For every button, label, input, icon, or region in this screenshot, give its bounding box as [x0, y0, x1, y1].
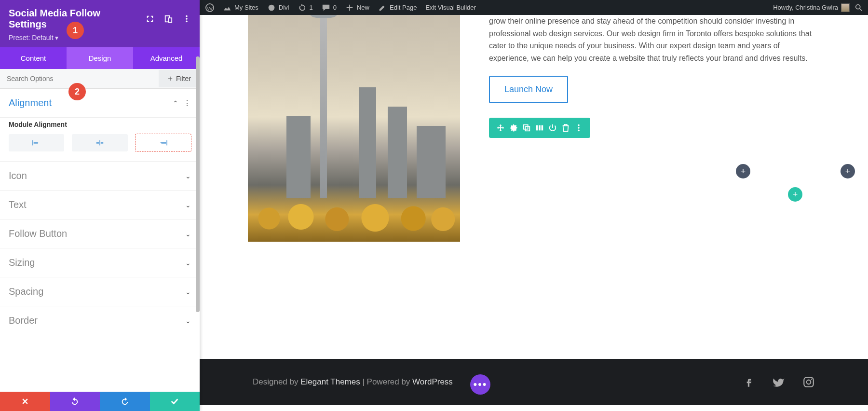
settings-panel: Social Media Follow Settings Preset: Def…	[0, 0, 200, 411]
panel-header: Social Media Follow Settings Preset: Def…	[0, 0, 200, 47]
svg-point-17	[578, 127, 580, 129]
chevron-down-icon: ⌄	[185, 288, 191, 296]
panel-footer	[0, 392, 200, 411]
save-button[interactable]	[150, 392, 200, 411]
svg-rect-15	[542, 125, 543, 131]
close-icon	[21, 397, 29, 405]
facebook-icon[interactable]	[743, 376, 755, 388]
duplicate-icon[interactable]	[522, 123, 531, 132]
add-module-button[interactable]: +	[736, 164, 750, 178]
svg-rect-8	[32, 140, 33, 146]
more-vert-icon[interactable]: ⋮	[183, 98, 191, 108]
my-sites-link[interactable]: My Sites	[223, 3, 258, 12]
divi-fab[interactable]: •••	[470, 374, 490, 395]
section-follow-button[interactable]: Follow Button⌄	[0, 219, 200, 248]
chevron-down-icon: ⌄	[185, 172, 191, 180]
svg-point-21	[811, 379, 813, 380]
hero-paragraph: grow their online presence and stay ahea…	[489, 15, 820, 64]
svg-rect-4	[169, 18, 172, 22]
annotation-badge-2: 2	[68, 83, 86, 100]
twitter-icon[interactable]	[773, 376, 785, 388]
wp-logo-icon[interactable]	[205, 3, 214, 12]
search-row: Filter	[0, 69, 200, 89]
page-footer: Designed by Elegant Themes | Powered by …	[200, 359, 868, 405]
exit-visual-builder[interactable]: Exit Visual Builder	[425, 4, 476, 11]
gear-icon[interactable]	[509, 123, 518, 132]
search-icon[interactable]	[854, 3, 863, 12]
chevron-down-icon: ⌄	[185, 201, 191, 209]
module-toolbar	[489, 118, 590, 138]
svg-point-1	[269, 4, 275, 11]
svg-rect-9	[99, 140, 100, 146]
chevron-down-icon: ⌄	[185, 230, 191, 238]
svg-point-7	[186, 21, 188, 23]
align-left-button[interactable]	[9, 134, 64, 151]
add-row-button[interactable]: +	[788, 187, 802, 202]
panel-scrollbar[interactable]	[196, 56, 200, 312]
instagram-icon[interactable]	[802, 376, 815, 388]
redo-button[interactable]	[100, 392, 150, 411]
section-text[interactable]: Text⌄	[0, 191, 200, 219]
svg-point-18	[578, 130, 580, 132]
new-link[interactable]: New	[345, 3, 369, 12]
chevron-down-icon: ⌄	[185, 317, 191, 325]
wp-adminbar: My Sites Divi 1 0 New Edit Page Exit Vis…	[200, 0, 868, 15]
annotation-badge-1: 1	[67, 22, 84, 39]
comments-link[interactable]: 0	[322, 3, 337, 12]
align-center-button[interactable]	[72, 134, 127, 151]
alignment-body: Module Alignment	[0, 121, 200, 162]
trash-icon[interactable]	[561, 123, 570, 132]
page-preview: grow their online presence and stay ahea…	[200, 15, 868, 411]
edit-page-link[interactable]: Edit Page	[378, 3, 417, 12]
tab-content[interactable]: Content	[0, 47, 67, 69]
chevron-up-icon: ⌃	[173, 99, 178, 107]
svg-rect-10	[167, 140, 168, 146]
undo-icon	[70, 397, 79, 406]
divi-link[interactable]: Divi	[267, 3, 289, 12]
svg-rect-13	[536, 125, 538, 131]
columns-icon[interactable]	[535, 123, 544, 132]
plus-icon	[167, 76, 173, 82]
move-icon[interactable]	[496, 123, 505, 132]
expand-icon[interactable]	[146, 14, 154, 23]
undo-button[interactable]	[50, 392, 100, 411]
preset-dropdown[interactable]: Preset: Default ▾	[9, 34, 191, 41]
section-spacing[interactable]: Spacing⌄	[0, 277, 200, 306]
section-sizing[interactable]: Sizing⌄	[0, 248, 200, 277]
howdy-user[interactable]: Howdy, Christina Gwira	[773, 3, 850, 12]
responsive-icon[interactable]	[164, 14, 173, 23]
svg-point-20	[807, 380, 811, 384]
avatar	[841, 3, 850, 12]
tab-advanced[interactable]: Advanced	[133, 47, 200, 69]
launch-button[interactable]: Launch Now	[489, 76, 568, 103]
hero-image	[248, 15, 460, 242]
settings-tabs: Content Design Advanced	[0, 47, 200, 69]
add-module-button[interactable]: +	[841, 164, 855, 178]
svg-point-6	[186, 18, 188, 20]
svg-point-0	[206, 3, 214, 11]
svg-point-2	[856, 4, 860, 9]
check-icon	[170, 397, 179, 406]
section-alignment[interactable]: Alignment ⌃ ⋮	[0, 89, 200, 118]
power-icon[interactable]	[548, 123, 557, 132]
chevron-down-icon: ⌄	[185, 259, 191, 267]
filter-button[interactable]: Filter	[159, 70, 200, 87]
svg-point-16	[578, 124, 580, 126]
more-vert-icon[interactable]	[182, 14, 191, 23]
tab-design[interactable]: Design	[67, 47, 133, 69]
refresh-link[interactable]: 1	[298, 3, 313, 12]
redo-icon	[121, 397, 129, 406]
field-label: Module Alignment	[9, 121, 191, 128]
svg-rect-14	[539, 125, 541, 131]
align-right-button[interactable]	[136, 134, 191, 151]
cancel-button[interactable]	[0, 392, 50, 411]
section-icon[interactable]: Icon⌄	[0, 162, 200, 191]
section-border[interactable]: Border⌄	[0, 306, 200, 335]
more-vert-icon[interactable]	[574, 123, 583, 132]
svg-point-5	[186, 15, 188, 17]
